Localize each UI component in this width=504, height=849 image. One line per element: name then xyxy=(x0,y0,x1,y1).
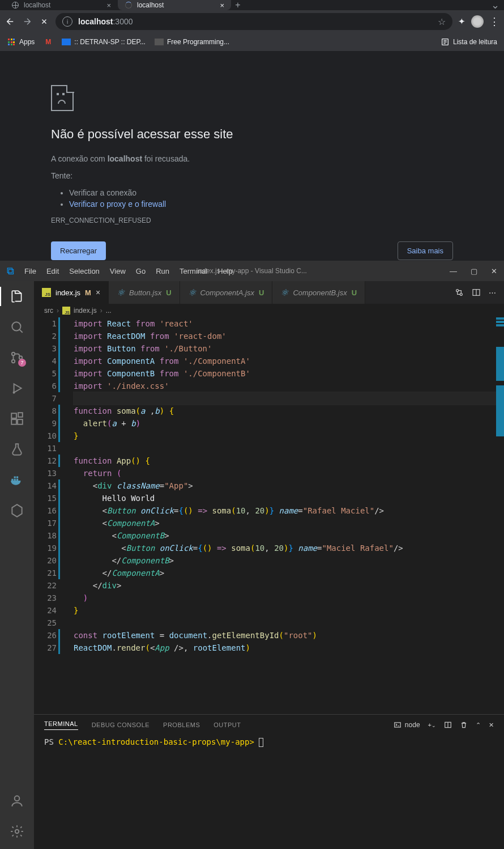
tab-terminal[interactable]: TERMINAL xyxy=(44,720,78,730)
terminal-cursor xyxy=(259,738,263,747)
menu-selection[interactable]: Selection xyxy=(69,267,99,275)
stop-button[interactable] xyxy=(39,16,50,27)
close-panel-icon[interactable]: ✕ xyxy=(489,721,494,729)
svg-rect-20 xyxy=(395,723,401,727)
svg-rect-13 xyxy=(14,477,16,478)
svg-point-3 xyxy=(12,360,15,363)
account-icon[interactable] xyxy=(10,793,24,808)
explorer-icon[interactable] xyxy=(10,289,24,304)
bookmark-detran[interactable]: :: DETRAN-SP :: DEP... xyxy=(62,38,146,46)
svg-rect-7 xyxy=(11,419,16,424)
extensions-icon[interactable]: ✦ xyxy=(458,16,465,27)
learn-more-button[interactable]: Saiba mais xyxy=(398,241,453,260)
bookmarks-bar: Apps M :: DETRAN-SP :: DEP... Free Progr… xyxy=(0,33,504,51)
tab-title: localhost xyxy=(24,1,50,9)
back-button[interactable] xyxy=(5,16,16,27)
globe-icon xyxy=(11,1,19,9)
code-content[interactable]: import React from 'react' import ReactDO… xyxy=(66,317,504,714)
close-window-button[interactable]: ✕ xyxy=(491,267,497,275)
window-title: index.js - my-app - Visual Studio C... xyxy=(197,267,307,275)
extensions-icon[interactable] xyxy=(10,411,24,426)
source-control-icon[interactable]: 7 xyxy=(10,350,24,365)
suggestion-2: Verificar o proxy e o firewall xyxy=(69,199,453,209)
maximize-button[interactable]: ▢ xyxy=(471,267,477,275)
error-message: A conexão com localhost foi recusada. xyxy=(51,154,453,163)
svg-point-18 xyxy=(460,293,462,295)
loading-spinner-icon xyxy=(125,1,133,9)
bookmark-apps[interactable]: Apps xyxy=(7,37,35,46)
menu-go[interactable]: Go xyxy=(136,267,146,275)
error-code: ERR_CONNECTION_REFUSED xyxy=(51,217,453,224)
maximize-panel-icon[interactable]: ⌃ xyxy=(476,721,481,729)
tab-componenta-jsx[interactable]: ⚛ ComponentA.jsx U xyxy=(180,281,273,304)
svg-point-5 xyxy=(14,392,15,393)
hexagon-icon[interactable] xyxy=(10,503,24,518)
tab-button-jsx[interactable]: ⚛ Button.jsx U xyxy=(109,281,180,304)
react-file-icon: ⚛ xyxy=(188,287,196,298)
detran-icon xyxy=(62,39,71,45)
js-file-icon: JS xyxy=(42,288,51,297)
site-info-icon[interactable]: i xyxy=(62,16,72,27)
vscode-titlebar: ⧉ File Edit Selection View Go Run Termin… xyxy=(0,261,504,281)
reading-list-icon xyxy=(441,37,450,46)
scm-badge: 7 xyxy=(18,359,26,367)
error-title: Não é possível acessar esse site xyxy=(51,127,453,142)
settings-gear-icon[interactable] xyxy=(10,824,24,839)
terminal-body[interactable]: PS C:\react-introduction-basic-props\my-… xyxy=(34,735,504,749)
tab-problems[interactable]: PROBLEMS xyxy=(163,721,200,728)
browser-tabs: localhost × localhost × + ⌄ xyxy=(0,0,504,10)
bookmark-gmail[interactable]: M xyxy=(44,37,53,46)
overview-ruler[interactable] xyxy=(496,317,504,714)
tab-index-js[interactable]: JS index.js M × xyxy=(34,281,109,304)
line-gutter: 1234567891011121314151617181920212223242… xyxy=(34,317,66,714)
editor-tabs: JS index.js M × ⚛ Button.jsx U ⚛ Compone… xyxy=(34,281,504,304)
reading-list[interactable]: Lista de leitura xyxy=(441,37,497,46)
react-file-icon: ⚛ xyxy=(280,287,288,298)
menu-view[interactable]: View xyxy=(110,267,126,275)
tab-debug-console[interactable]: DEBUG CONSOLE xyxy=(92,721,150,728)
tab-output[interactable]: OUTPUT xyxy=(213,721,241,728)
bookmark-star-icon[interactable]: ☆ xyxy=(438,16,446,27)
error-page: Não é possível acessar esse site A conex… xyxy=(0,51,504,261)
tab-componentb-jsx[interactable]: ⚛ ComponentB.jsx U xyxy=(272,281,365,304)
more-actions-icon[interactable]: ⋯ xyxy=(489,288,496,297)
gmail-icon: M xyxy=(44,37,53,46)
proxy-firewall-link[interactable]: Verificar o proxy e o firewall xyxy=(69,199,166,209)
new-tab-button[interactable]: + xyxy=(231,0,245,10)
browser-tab-2[interactable]: localhost × xyxy=(118,0,231,10)
split-editor-icon[interactable] xyxy=(472,288,481,297)
error-suggestions: Verificar a conexão Verificar o proxy e … xyxy=(51,188,453,209)
editor-actions: ⋯ xyxy=(447,281,504,304)
docker-icon[interactable] xyxy=(10,473,24,487)
reload-button[interactable]: Recarregar xyxy=(51,241,106,260)
run-debug-icon[interactable] xyxy=(10,381,24,396)
suggestion-1: Verificar a conexão xyxy=(69,188,453,197)
testing-icon[interactable] xyxy=(10,442,24,457)
svg-rect-8 xyxy=(18,419,23,424)
forward-button[interactable] xyxy=(22,16,33,27)
close-tab-icon[interactable]: × xyxy=(96,288,100,297)
menu-edit[interactable]: Edit xyxy=(46,267,59,275)
menu-file[interactable]: File xyxy=(24,267,36,275)
js-file-icon: JS xyxy=(62,307,70,315)
search-icon[interactable] xyxy=(10,320,24,334)
profile-avatar[interactable] xyxy=(471,15,484,28)
chrome-menu-icon[interactable]: ⋮ xyxy=(489,16,499,27)
bookmark-freeprog[interactable]: Free Programming... xyxy=(155,38,229,46)
new-terminal-icon[interactable]: +⌄ xyxy=(428,721,436,728)
terminal-shell-label[interactable]: node xyxy=(394,721,420,729)
minimize-button[interactable]: — xyxy=(450,267,457,275)
browser-toolbar: i localhost:3000 ☆ ✦ ⋮ xyxy=(0,10,504,33)
menu-run[interactable]: Run xyxy=(156,267,169,275)
react-file-icon: ⚛ xyxy=(117,287,125,298)
breadcrumb[interactable]: src › JS index.js › ... xyxy=(34,304,504,317)
address-bar[interactable]: i localhost:3000 ☆ xyxy=(55,13,452,30)
compare-icon[interactable] xyxy=(455,288,464,297)
browser-tab-1[interactable]: localhost × xyxy=(5,0,118,10)
split-terminal-icon[interactable] xyxy=(444,721,452,729)
close-tab-icon[interactable]: × xyxy=(106,1,111,10)
kill-terminal-icon[interactable] xyxy=(460,721,468,729)
code-editor[interactable]: 1234567891011121314151617181920212223242… xyxy=(34,317,504,714)
tab-chevron-icon[interactable]: ⌄ xyxy=(491,0,499,11)
close-tab-icon[interactable]: × xyxy=(220,1,224,10)
